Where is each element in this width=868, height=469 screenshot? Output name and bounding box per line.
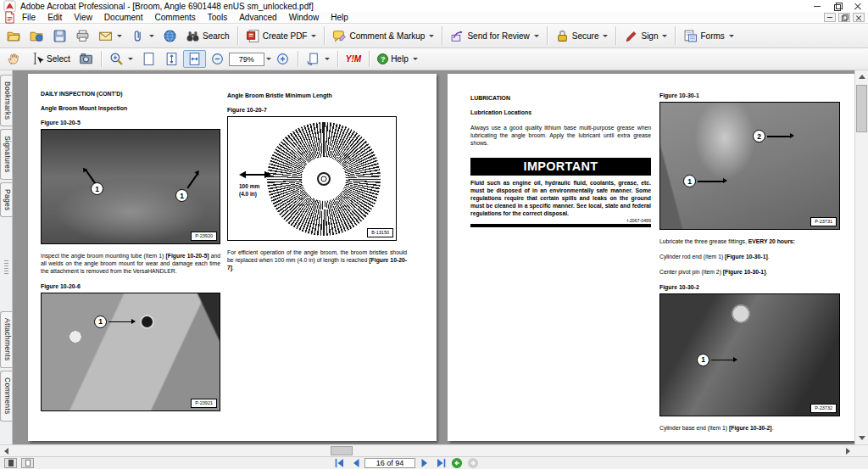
- printer-icon: [75, 29, 90, 43]
- zoom-tool-button[interactable]: [105, 50, 137, 68]
- first-page-button[interactable]: [332, 458, 346, 469]
- sub-heading: Lubrication Locations: [470, 109, 651, 115]
- zoom-level-input[interactable]: [229, 53, 264, 66]
- arrow-left-icon: [4, 448, 8, 455]
- splitter-handle[interactable]: [4, 260, 8, 274]
- menu-window[interactable]: Window: [283, 12, 326, 23]
- comment-markup-button[interactable]: Comment & Markup: [328, 27, 438, 45]
- open-button[interactable]: [3, 27, 25, 45]
- next-page-icon: [420, 458, 430, 468]
- dropdown-arrow-icon: [429, 35, 434, 37]
- attach-button[interactable]: [126, 27, 159, 45]
- previous-page-icon: [351, 458, 360, 468]
- single-page-view-button[interactable]: [4, 458, 17, 468]
- actual-size-button[interactable]: [137, 50, 160, 68]
- menu-advanced[interactable]: Advanced: [233, 12, 282, 23]
- doc-restore-button[interactable]: [838, 13, 850, 22]
- forms-button[interactable]: Forms: [679, 27, 737, 45]
- menu-file[interactable]: File: [16, 12, 42, 23]
- minimize-button[interactable]: [807, 0, 827, 12]
- file-toolbar: Search Create PDF Comment & Markup Send …: [0, 24, 868, 48]
- callout-balloon: 1: [683, 175, 696, 187]
- body-paragraph: Lubricate the three grease fittings, EVE…: [659, 237, 840, 245]
- fit-page-button[interactable]: [160, 50, 183, 68]
- sign-button[interactable]: Sign: [620, 27, 671, 45]
- save-button[interactable]: [48, 27, 71, 45]
- previous-view-button[interactable]: [450, 458, 464, 469]
- secure-label: Secure: [572, 31, 599, 41]
- send-for-review-button[interactable]: Send for Review: [446, 27, 542, 45]
- tab-pages[interactable]: Pages: [0, 182, 12, 218]
- previous-page-button[interactable]: [348, 458, 362, 469]
- toolbar-separator: [337, 51, 338, 67]
- close-button[interactable]: [848, 0, 868, 12]
- select-tool-label: Select: [47, 54, 70, 64]
- last-page-button[interactable]: [434, 458, 448, 469]
- menu-view[interactable]: View: [68, 12, 98, 23]
- menu-document[interactable]: Document: [98, 12, 149, 23]
- comment-markup-label: Comment & Markup: [349, 31, 425, 41]
- important-code: I-2067-0499: [470, 218, 651, 223]
- tab-bookmarks[interactable]: Bookmarks: [0, 75, 12, 126]
- binoculars-icon: [186, 29, 200, 43]
- select-tool-button[interactable]: Select: [25, 50, 75, 68]
- horizontal-scrollbar[interactable]: [0, 444, 868, 456]
- vertical-scrollbar[interactable]: [854, 70, 868, 444]
- dimension-label: 100 mm (4.0 in): [236, 181, 262, 199]
- create-pdf-button[interactable]: Create PDF: [242, 27, 321, 45]
- scroll-left-button[interactable]: [0, 445, 13, 456]
- zoom-toolbar: Select Y!M ?Help: [0, 48, 868, 70]
- scroll-right-button[interactable]: [842, 445, 854, 456]
- zoom-in-button[interactable]: [271, 50, 294, 68]
- yim-button[interactable]: Y!M: [342, 53, 365, 65]
- vertical-scrollbar-thumb[interactable]: [856, 85, 867, 132]
- email-button[interactable]: [94, 27, 126, 45]
- next-page-button[interactable]: [418, 458, 431, 469]
- callout-balloon: 1: [91, 182, 103, 195]
- secure-button[interactable]: Secure: [551, 27, 613, 45]
- help-button[interactable]: ?Help: [373, 52, 422, 66]
- fit-width-button[interactable]: [183, 50, 206, 68]
- search-button[interactable]: Search: [181, 27, 234, 45]
- dropdown-arrow-icon: [325, 58, 330, 60]
- restore-icon: [834, 3, 842, 10]
- snapshot-tool-button[interactable]: [75, 50, 97, 68]
- email-envelope-icon: [98, 29, 113, 43]
- last-page-icon: [436, 458, 447, 468]
- menu-help[interactable]: Help: [325, 12, 354, 23]
- figure-label: Figure 10-30-1: [659, 92, 840, 98]
- save-floppy-icon: [53, 29, 67, 43]
- photo-id-label: P-23732: [810, 404, 837, 413]
- menu-tools[interactable]: Tools: [202, 12, 233, 23]
- open-organizer-button[interactable]: [25, 27, 48, 45]
- continuous-page-icon: [25, 460, 31, 466]
- zoom-dropdown-arrow-icon[interactable]: [266, 58, 271, 60]
- horizontal-scrollbar-thumb[interactable]: [331, 446, 353, 455]
- menu-comments[interactable]: Comments: [148, 12, 201, 23]
- important-banner: IMPORTANT: [470, 158, 651, 176]
- restore-button[interactable]: [827, 0, 848, 12]
- pdf-doc-icon: [3, 11, 16, 24]
- next-view-button[interactable]: [466, 458, 480, 469]
- page-display-button[interactable]: [302, 50, 334, 68]
- menu-edit[interactable]: Edit: [42, 12, 68, 23]
- page-indicator-input[interactable]: [364, 458, 415, 468]
- dropdown-arrow-icon: [603, 35, 608, 37]
- figure-label: Figure 10-20-5: [41, 120, 220, 126]
- print-button[interactable]: [71, 27, 94, 45]
- continuous-view-button[interactable]: [21, 458, 34, 468]
- yahoo-messenger-icon: Y!M: [346, 54, 361, 64]
- tab-signatures[interactable]: Signatures: [0, 129, 12, 180]
- hand-tool-icon: [7, 52, 21, 66]
- tab-attachments[interactable]: Attachments: [0, 311, 12, 368]
- doc-minimize-button[interactable]: [824, 13, 836, 22]
- web-capture-button[interactable]: [159, 27, 181, 45]
- scroll-up-button[interactable]: [855, 70, 868, 83]
- scroll-down-button[interactable]: [855, 432, 868, 444]
- document-view[interactable]: DAILY INSPECTION (CONT'D) Angle Broom Mo…: [13, 70, 854, 444]
- tab-comments[interactable]: Comments: [0, 371, 12, 422]
- doc-close-button[interactable]: [853, 13, 865, 22]
- hand-tool-button[interactable]: [3, 50, 25, 68]
- zoom-out-button[interactable]: [206, 50, 229, 68]
- body-paragraph: For efficient operation of the angle bro…: [227, 248, 407, 272]
